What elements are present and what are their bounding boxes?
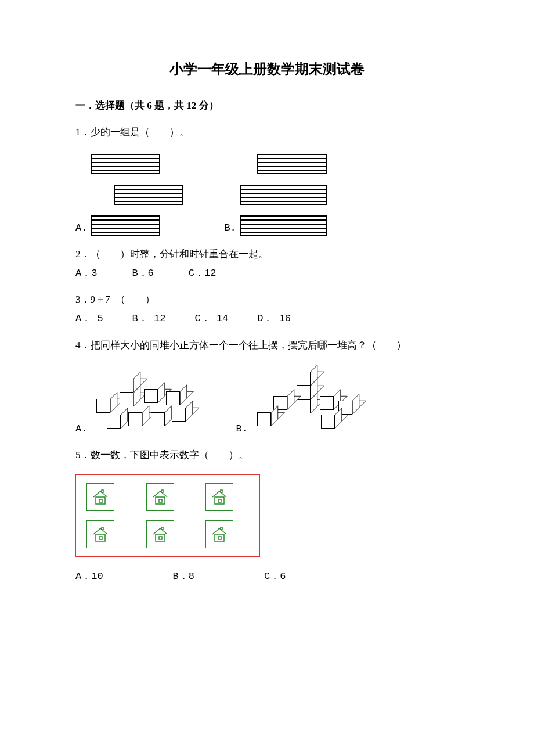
q4-optB-label: B. <box>236 421 247 437</box>
svg-rect-8 <box>221 490 222 492</box>
svg-rect-0 <box>96 497 105 504</box>
svg-rect-4 <box>159 499 162 502</box>
striped-rect-icon <box>114 185 183 205</box>
striped-rect-icon <box>91 154 160 174</box>
q2-options: A．3 B．6 C．12 <box>75 265 459 281</box>
question-1: 1．少的一组是（ ）。 A. B. <box>75 124 459 236</box>
q5-figure <box>75 474 260 557</box>
page-title: 小学一年级上册数学期末测试卷 <box>75 58 459 80</box>
house-icon <box>146 520 174 548</box>
striped-rect-icon <box>240 215 327 236</box>
svg-rect-15 <box>215 534 224 541</box>
q4-option-a: A. <box>75 367 201 437</box>
svg-rect-14 <box>161 527 163 530</box>
q3-options: A． 5 B． 12 C． 14 D． 16 <box>75 311 459 326</box>
striped-rect-icon <box>240 185 327 205</box>
question-2-text: 2．（ ）时整，分针和时针重合在一起。 <box>75 246 459 262</box>
section-header: 一．选择题（共 6 题，共 12 分） <box>75 98 459 113</box>
svg-rect-11 <box>102 527 103 530</box>
q4-option-b: B. <box>236 367 361 437</box>
q4-b-figure <box>251 367 362 437</box>
svg-rect-9 <box>96 534 105 541</box>
svg-rect-6 <box>215 497 224 504</box>
svg-rect-7 <box>218 499 221 502</box>
svg-rect-10 <box>99 537 102 539</box>
q1-a-figure <box>91 154 183 236</box>
house-icon <box>146 483 174 511</box>
q2-opt-b: B．6 <box>132 265 153 281</box>
svg-rect-1 <box>99 499 102 502</box>
q4-a-figure <box>91 367 201 437</box>
q1-options: A. B. <box>75 154 459 236</box>
q3-opt-b: B． 12 <box>132 311 166 326</box>
question-3: 3．9＋7=（ ） A． 5 B． 12 C． 14 D． 16 <box>75 291 459 326</box>
q1-b-figure <box>240 154 327 236</box>
svg-rect-5 <box>161 490 163 492</box>
question-2: 2．（ ）时整，分针和时针重合在一起。 A．3 B．6 C．12 <box>75 246 459 281</box>
question-3-text: 3．9＋7=（ ） <box>75 291 459 307</box>
q3-opt-a: A． 5 <box>75 311 103 326</box>
svg-rect-12 <box>156 534 165 541</box>
q5-options: A．10 B．8 C．6 <box>75 568 459 584</box>
q4-options: A. B. <box>75 367 459 437</box>
striped-rect-icon <box>257 154 327 174</box>
svg-rect-16 <box>218 537 221 539</box>
question-5-text: 5．数一数，下图中表示数字（ ）。 <box>75 447 459 463</box>
q1-optA-label: A. <box>75 220 87 236</box>
q1-option-b: B. <box>224 154 326 236</box>
house-icon <box>205 520 233 548</box>
q2-opt-a: A．3 <box>75 265 97 281</box>
svg-rect-17 <box>221 527 222 530</box>
striped-rect-icon <box>91 215 160 236</box>
house-icon <box>205 483 233 511</box>
q5-opt-c: C．6 <box>264 568 286 584</box>
q1-optB-label: B. <box>224 220 236 236</box>
question-1-text: 1．少的一组是（ ）。 <box>75 124 459 140</box>
house-icon <box>86 483 114 511</box>
house-icon <box>86 520 114 548</box>
q2-opt-c: C．12 <box>189 265 217 281</box>
q1-option-a: A. <box>75 154 183 236</box>
svg-rect-2 <box>102 490 103 492</box>
svg-rect-13 <box>159 537 162 539</box>
question-4: 4．把同样大小的同堆小正方体一个一个往上摆，摆完后哪一堆高？（ ） A. B. <box>75 337 459 437</box>
svg-rect-3 <box>156 497 165 504</box>
q5-opt-a: A．10 <box>75 568 103 584</box>
q3-opt-d: D． 16 <box>257 311 291 326</box>
question-5: 5．数一数，下图中表示数字（ ）。 A．10 B．8 C <box>75 447 459 584</box>
exam-page: 小学一年级上册数学期末测试卷 一．选择题（共 6 题，共 12 分） 1．少的一… <box>0 0 534 756</box>
question-4-text: 4．把同样大小的同堆小正方体一个一个往上摆，摆完后哪一堆高？（ ） <box>75 337 459 353</box>
q5-opt-b: B．8 <box>173 568 194 584</box>
q4-optA-label: A. <box>75 421 87 437</box>
q3-opt-c: C． 14 <box>194 311 228 326</box>
